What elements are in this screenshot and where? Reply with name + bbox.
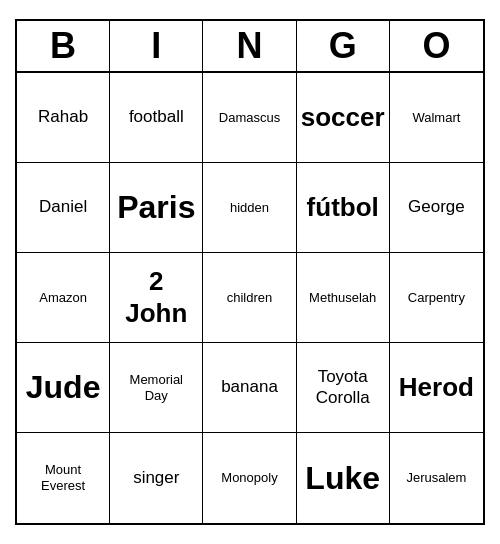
cell-text: singer	[133, 468, 179, 488]
cell-text: MemorialDay	[130, 372, 183, 403]
bingo-cell[interactable]: hidden	[203, 163, 296, 253]
cell-text: ToyotaCorolla	[316, 367, 370, 408]
bingo-cell[interactable]: Jerusalem	[390, 433, 483, 523]
bingo-cell[interactable]: children	[203, 253, 296, 343]
bingo-cell[interactable]: 2John	[110, 253, 203, 343]
bingo-cell[interactable]: Monopoly	[203, 433, 296, 523]
bingo-cell[interactable]: Amazon	[17, 253, 110, 343]
bingo-cell[interactable]: Paris	[110, 163, 203, 253]
cell-text: Carpentry	[408, 290, 465, 306]
bingo-cell[interactable]: Carpentry	[390, 253, 483, 343]
cell-text: hidden	[230, 200, 269, 216]
bingo-cell[interactable]: soccer	[297, 73, 390, 163]
bingo-cell[interactable]: Damascus	[203, 73, 296, 163]
bingo-cell[interactable]: Walmart	[390, 73, 483, 163]
cell-text: Jerusalem	[406, 470, 466, 486]
cell-text: Damascus	[219, 110, 280, 126]
header-letter: G	[297, 21, 390, 71]
bingo-header: BINGO	[17, 21, 483, 73]
bingo-card: BINGO RahabfootballDamascussoccerWalmart…	[15, 19, 485, 525]
bingo-cell[interactable]: Daniel	[17, 163, 110, 253]
cell-text: soccer	[301, 102, 385, 133]
cell-text: MountEverest	[41, 462, 85, 493]
cell-text: Herod	[399, 372, 474, 403]
bingo-cell[interactable]: Rahab	[17, 73, 110, 163]
cell-text: football	[129, 107, 184, 127]
bingo-cell[interactable]: football	[110, 73, 203, 163]
cell-text: Paris	[117, 188, 195, 226]
cell-text: Methuselah	[309, 290, 376, 306]
bingo-grid: RahabfootballDamascussoccerWalmartDaniel…	[17, 73, 483, 523]
cell-text: Rahab	[38, 107, 88, 127]
cell-text: Luke	[305, 459, 380, 497]
header-letter: O	[390, 21, 483, 71]
header-letter: I	[110, 21, 203, 71]
bingo-cell[interactable]: MountEverest	[17, 433, 110, 523]
bingo-cell[interactable]: George	[390, 163, 483, 253]
cell-text: Daniel	[39, 197, 87, 217]
bingo-cell[interactable]: Herod	[390, 343, 483, 433]
bingo-cell[interactable]: banana	[203, 343, 296, 433]
header-letter: B	[17, 21, 110, 71]
cell-text: banana	[221, 377, 278, 397]
cell-text: fútbol	[307, 192, 379, 223]
bingo-cell[interactable]: MemorialDay	[110, 343, 203, 433]
cell-text: George	[408, 197, 465, 217]
bingo-cell[interactable]: ToyotaCorolla	[297, 343, 390, 433]
cell-text: Walmart	[412, 110, 460, 126]
cell-text: children	[227, 290, 273, 306]
bingo-cell[interactable]: fútbol	[297, 163, 390, 253]
bingo-cell[interactable]: Luke	[297, 433, 390, 523]
cell-text: Amazon	[39, 290, 87, 306]
bingo-cell[interactable]: Jude	[17, 343, 110, 433]
cell-text: 2John	[125, 266, 187, 328]
bingo-cell[interactable]: Methuselah	[297, 253, 390, 343]
header-letter: N	[203, 21, 296, 71]
bingo-cell[interactable]: singer	[110, 433, 203, 523]
cell-text: Monopoly	[221, 470, 277, 486]
cell-text: Jude	[26, 368, 101, 406]
